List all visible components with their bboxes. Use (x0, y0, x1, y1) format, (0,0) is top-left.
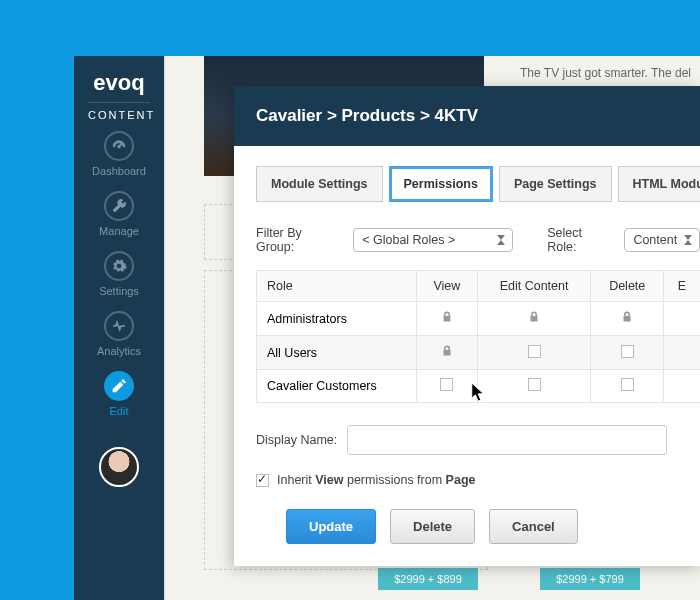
sidebar-item-edit[interactable]: Edit (74, 371, 164, 417)
role-cell: Administrators (257, 302, 417, 336)
display-name-input[interactable] (347, 425, 667, 455)
brand-subtitle: CONTENT (88, 102, 150, 121)
inherit-text: Inherit View permissions from Page (277, 473, 475, 487)
gear-icon (104, 251, 134, 281)
tabs: Module Settings Permissions Page Setting… (256, 166, 700, 202)
lock-icon (528, 310, 540, 322)
checkbox[interactable] (528, 378, 541, 391)
lock-icon (441, 310, 453, 322)
role-cell: All Users (257, 336, 417, 370)
pulse-icon (104, 311, 134, 341)
lock-icon (441, 344, 453, 356)
inherit-checkbox[interactable] (256, 474, 269, 487)
lock-icon (621, 310, 633, 322)
perm-cell (663, 336, 700, 370)
col-role: Role (257, 271, 417, 302)
delete-button[interactable]: Delete (390, 509, 475, 544)
stage: evoq CONTENT Dashboard Manage Settings A… (0, 0, 700, 600)
tab-page-settings[interactable]: Page Settings (499, 166, 612, 202)
col-extra: E (663, 271, 700, 302)
tab-permissions[interactable]: Permissions (389, 166, 493, 202)
perm-cell[interactable] (591, 336, 663, 370)
wrench-icon (104, 191, 134, 221)
table-row: All Users (257, 336, 701, 370)
filter-by-group-select[interactable]: < Global Roles > (353, 228, 513, 252)
update-button[interactable]: Update (286, 509, 376, 544)
settings-dialog: Cavalier > Products > 4KTV Module Settin… (234, 86, 700, 566)
price-badge: $2999 + $899 (378, 568, 478, 590)
checkbox[interactable] (621, 345, 634, 358)
sidebar-item-dashboard[interactable]: Dashboard (74, 131, 164, 177)
sidebar-item-manage[interactable]: Manage (74, 191, 164, 237)
sidebar: evoq CONTENT Dashboard Manage Settings A… (74, 56, 164, 600)
sidebar-item-label: Manage (74, 225, 164, 237)
perm-cell[interactable] (591, 370, 663, 403)
filter-by-group-label: Filter By Group: (256, 226, 343, 254)
permissions-table: Role View Edit Content Delete E Administ… (256, 270, 700, 403)
sidebar-item-label: Analytics (74, 345, 164, 357)
breadcrumb: Cavalier > Products > 4KTV (234, 86, 700, 146)
sidebar-item-label: Edit (74, 405, 164, 417)
brand-logo: evoq (74, 70, 164, 96)
perm-cell[interactable] (477, 370, 591, 403)
perm-cell (591, 302, 663, 336)
perm-cell (663, 370, 700, 403)
perm-cell[interactable] (417, 370, 478, 403)
sidebar-item-settings[interactable]: Settings (74, 251, 164, 297)
role-cell: Cavalier Customers (257, 370, 417, 403)
avatar[interactable] (99, 447, 139, 487)
sidebar-item-label: Dashboard (74, 165, 164, 177)
perm-cell (417, 302, 478, 336)
perm-cell[interactable] (477, 336, 591, 370)
dialog-body: Module Settings Permissions Page Setting… (234, 146, 700, 544)
sidebar-item-label: Settings (74, 285, 164, 297)
tab-html-module-settings[interactable]: HTML Module Setting (618, 166, 700, 202)
perm-cell (417, 336, 478, 370)
filter-row: Filter By Group: < Global Roles > Select… (256, 226, 700, 254)
select-role-label: Select Role: (547, 226, 614, 254)
select-role-select[interactable]: Content (624, 228, 700, 252)
table-row: Administrators (257, 302, 701, 336)
checkbox[interactable] (621, 378, 634, 391)
perm-cell (477, 302, 591, 336)
tab-module-settings[interactable]: Module Settings (256, 166, 383, 202)
table-header-row: Role View Edit Content Delete E (257, 271, 701, 302)
sidebar-item-analytics[interactable]: Analytics (74, 311, 164, 357)
display-name-label: Display Name: (256, 433, 337, 447)
hero-text: The TV just got smarter. The del (520, 66, 691, 80)
inherit-row: Inherit View permissions from Page (256, 473, 700, 487)
col-delete: Delete (591, 271, 663, 302)
display-name-row: Display Name: (256, 425, 700, 455)
col-view: View (417, 271, 478, 302)
button-row: Update Delete Cancel (286, 509, 700, 544)
perm-cell (663, 302, 700, 336)
table-row: Cavalier Customers (257, 370, 701, 403)
price-badge: $2999 + $799 (540, 568, 640, 590)
checkbox[interactable] (528, 345, 541, 358)
col-edit-content: Edit Content (477, 271, 591, 302)
pencil-icon (104, 371, 134, 401)
gauge-icon (104, 131, 134, 161)
cancel-button[interactable]: Cancel (489, 509, 578, 544)
checkbox[interactable] (440, 378, 453, 391)
